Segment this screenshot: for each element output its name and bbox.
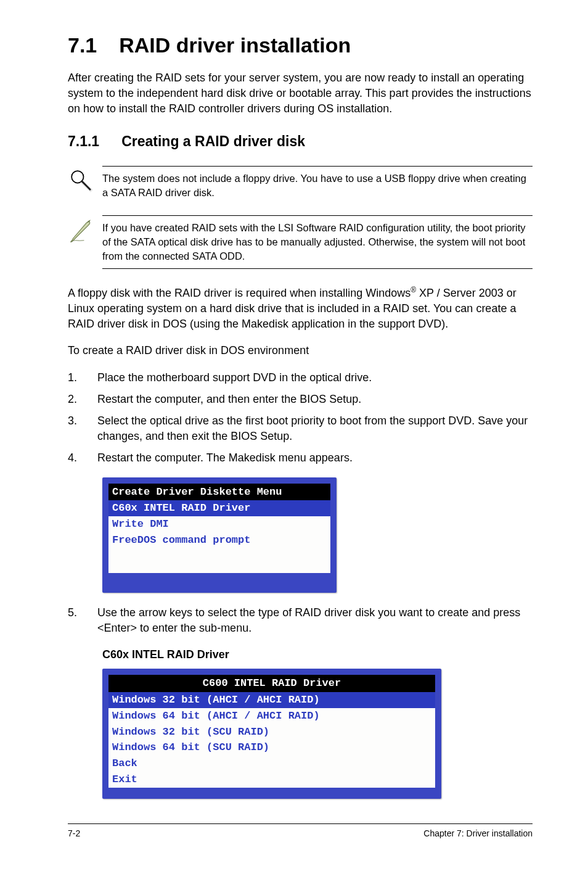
step-text: Select the optical drive as the first bo… xyxy=(97,413,533,444)
note-text: If you have created RAID sets with the L… xyxy=(102,215,533,269)
step-number: 4. xyxy=(68,450,97,466)
step-number: 5. xyxy=(68,605,97,636)
menu-item: FreeDOS command prompt xyxy=(108,532,330,548)
step-number: 2. xyxy=(68,392,97,407)
section-number: 7.1 xyxy=(68,33,97,57)
screen-frame: Create Driver Diskette Menu C60x INTEL R… xyxy=(102,477,337,593)
makedisk-menu-screenshot: Create Driver Diskette Menu C60x INTEL R… xyxy=(102,477,533,593)
menu-item-selected: Windows 32 bit (AHCI / AHCI RAID) xyxy=(108,692,435,708)
raid-driver-menu-screenshot: C600 INTEL RAID Driver Windows 32 bit (A… xyxy=(102,669,533,799)
registered-mark: ® xyxy=(410,286,416,294)
list-item: 2. Restart the computer, and then enter … xyxy=(68,392,533,407)
screen-title: C600 INTEL RAID Driver xyxy=(108,675,435,692)
menu-item: Windows 64 bit (AHCI / AHCI RAID) xyxy=(108,708,435,724)
screen-body: Windows 32 bit (AHCI / AHCI RAID) Window… xyxy=(108,692,435,788)
list-item: 1. Place the motherboard support DVD in … xyxy=(68,370,533,386)
menu-item: Write DMI xyxy=(108,516,330,532)
screen-title: Create Driver Diskette Menu xyxy=(108,484,330,501)
magnifier-icon xyxy=(68,166,102,194)
page-footer: 7-2 Chapter 7: Driver installation xyxy=(68,823,533,840)
list-item: 3. Select the optical drive as the first… xyxy=(68,413,533,444)
body-paragraph-1: A floppy disk with the RAID driver is re… xyxy=(68,285,533,332)
step-text: Restart the computer. The Makedisk menu … xyxy=(97,450,533,466)
page-number: 7-2 xyxy=(68,828,80,840)
step-text: Use the arrow keys to select the type of… xyxy=(97,605,533,636)
subsection-number: 7.1.1 xyxy=(68,133,99,149)
step-number: 3. xyxy=(68,413,97,444)
note-block-usb: The system does not include a floppy dri… xyxy=(68,161,533,210)
note-text: The system does not include a floppy dri… xyxy=(102,166,533,205)
steps-list: 1. Place the motherboard support DVD in … xyxy=(68,370,533,466)
menu-item: Windows 32 bit (SCU RAID) xyxy=(108,724,435,740)
intro-paragraph: After creating the RAID sets for your se… xyxy=(68,70,533,117)
section-title-text: RAID driver installation xyxy=(119,33,351,57)
subsection-title-text: Creating a RAID driver disk xyxy=(121,133,305,149)
list-item: 5. Use the arrow keys to select the type… xyxy=(68,605,533,636)
menu-item: Exit xyxy=(108,772,435,788)
list-item: 4. Restart the computer. The Makedisk me… xyxy=(68,450,533,466)
body-paragraph-2: To create a RAID driver disk in DOS envi… xyxy=(68,343,533,358)
note-block-lsi: If you have created RAID sets with the L… xyxy=(68,210,533,274)
para1-pre: A floppy disk with the RAID driver is re… xyxy=(68,287,410,299)
chapter-label: Chapter 7: Driver installation xyxy=(423,828,533,840)
menu-empty-space xyxy=(108,548,330,573)
step-text: Place the motherboard support DVD in the… xyxy=(97,370,533,386)
steps-list-continued: 5. Use the arrow keys to select the type… xyxy=(68,605,533,636)
menu-item: Back xyxy=(108,756,435,772)
step-text: Restart the computer, and then enter the… xyxy=(97,392,533,407)
pen-icon xyxy=(68,215,102,244)
driver-label: C60x INTEL RAID Driver xyxy=(102,647,533,662)
step-number: 1. xyxy=(68,370,97,386)
screen-frame: C600 INTEL RAID Driver Windows 32 bit (A… xyxy=(102,669,441,799)
section-heading: 7.1RAID driver installation xyxy=(68,31,533,60)
screen-body: C60x INTEL RAID Driver Write DMI FreeDOS… xyxy=(108,500,330,572)
menu-item: Windows 64 bit (SCU RAID) xyxy=(108,740,435,756)
subsection-heading: 7.1.1Creating a RAID driver disk xyxy=(68,131,533,151)
menu-item-selected: C60x INTEL RAID Driver xyxy=(108,500,330,516)
